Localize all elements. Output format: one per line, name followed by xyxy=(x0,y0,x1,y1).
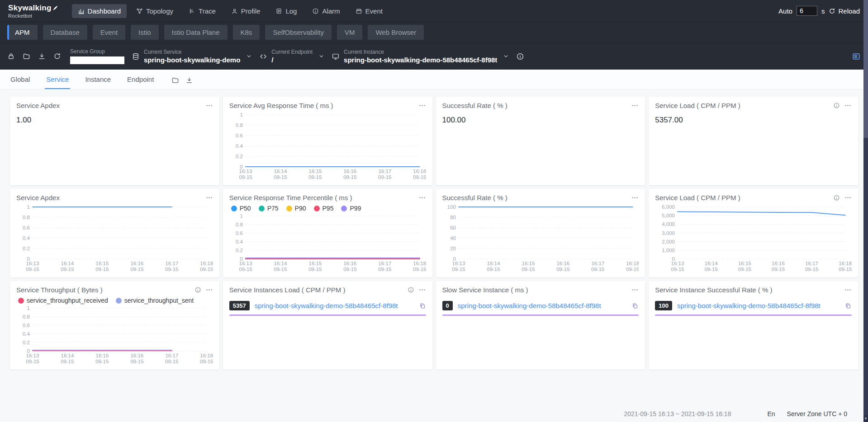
current-instance-label: Current Instance xyxy=(344,49,497,55)
nav-topology[interactable]: Topology xyxy=(130,4,179,18)
more-menu-icon[interactable] xyxy=(631,194,639,202)
more-menu-icon[interactable] xyxy=(631,102,639,109)
line-chart: 00.20.40.60.8116:1309-1516:1409-1516:150… xyxy=(16,305,213,366)
tab-global[interactable]: Global xyxy=(9,70,31,89)
export-icon[interactable] xyxy=(38,52,46,60)
service-group-input[interactable] xyxy=(70,56,124,64)
export-icon[interactable] xyxy=(185,76,193,84)
auto-interval-input[interactable] xyxy=(797,6,817,16)
more-menu-icon[interactable] xyxy=(844,194,852,202)
info-icon[interactable] xyxy=(833,194,840,201)
legend-item-p90[interactable]: P90 xyxy=(286,205,306,212)
copy-icon[interactable] xyxy=(419,302,426,309)
more-menu-icon[interactable] xyxy=(418,194,426,202)
more-menu-icon[interactable] xyxy=(205,286,213,294)
more-menu-icon[interactable] xyxy=(631,286,639,294)
refresh-icon[interactable] xyxy=(53,52,61,60)
nav-log[interactable]: Log xyxy=(270,4,303,18)
dashboard-tab-apm[interactable]: APM xyxy=(7,25,38,40)
card-title: Service Throughput ( Bytes ) xyxy=(16,286,103,294)
legend-item-p50[interactable]: P50 xyxy=(231,205,251,212)
dashboard-tab-istio[interactable]: Istio xyxy=(131,25,159,40)
current-service-selector[interactable]: Current Service spring-boot-skywalking-d… xyxy=(132,49,252,64)
instance-link[interactable]: spring-boot-skywalking-demo-58b48465cf-8… xyxy=(255,302,414,309)
current-endpoint-selector[interactable]: Current Endpoint / xyxy=(259,49,324,64)
info-icon[interactable] xyxy=(516,52,524,61)
dashboard-tab-istio-data-plane[interactable]: Istio Data Plane xyxy=(164,25,228,40)
value-badge: 5357 xyxy=(229,301,250,310)
svg-text:1,000: 1,000 xyxy=(662,248,675,253)
footer: 2021-09-15 16:13 ~ 2021-09-15 16:18 En S… xyxy=(624,410,847,417)
log-icon xyxy=(275,8,282,14)
card-title: Service Load ( CPM / PPM ) xyxy=(655,102,740,109)
svg-text:16:1509-15: 16:1509-15 xyxy=(95,353,109,364)
legend-item-throughput-received[interactable]: service_throughput_received xyxy=(18,297,108,304)
profile-icon xyxy=(231,8,238,14)
folder-icon[interactable] xyxy=(23,52,30,60)
legend-item-p95[interactable]: P95 xyxy=(314,205,334,212)
legend-item-p99[interactable]: P99 xyxy=(341,205,361,212)
svg-text:16:1309-15: 16:1309-15 xyxy=(26,353,39,364)
info-icon[interactable] xyxy=(408,286,414,293)
nav-profile[interactable]: Profile xyxy=(225,4,266,18)
scrollbar-thumb[interactable] xyxy=(863,0,868,138)
svg-text:0.2: 0.2 xyxy=(236,248,243,253)
card-title: Successful Rate ( % ) xyxy=(442,102,508,109)
dashboard-tab-selfobservability[interactable]: SelfObservability xyxy=(265,25,332,40)
tab-instance[interactable]: Instance xyxy=(84,70,112,89)
dashboard-tab-k8s[interactable]: K8s xyxy=(233,25,260,40)
dashboard-tab-event[interactable]: Event xyxy=(93,25,125,40)
copy-icon[interactable] xyxy=(631,302,639,309)
vertical-scrollbar[interactable]: ▼ xyxy=(863,0,868,422)
current-instance-selector[interactable]: Current Instance spring-boot-skywalking-… xyxy=(332,49,509,64)
more-menu-icon[interactable] xyxy=(205,194,213,202)
reload-button[interactable]: Reload xyxy=(829,7,860,15)
refresh-controls: Auto s Reload xyxy=(778,6,860,16)
svg-text:16:1509-15: 16:1509-15 xyxy=(738,261,751,272)
line-chart: 02040608010016:1309-1516:1409-1516:1509-… xyxy=(442,203,639,273)
more-menu-icon[interactable] xyxy=(205,102,213,109)
info-icon[interactable] xyxy=(833,102,840,109)
more-menu-icon[interactable] xyxy=(844,102,852,109)
lock-icon[interactable] xyxy=(7,52,15,60)
info-icon[interactable] xyxy=(194,286,201,293)
dashboard-tab-web-browser[interactable]: Web Browser xyxy=(368,25,424,40)
card-title: Service Apdex xyxy=(16,102,60,109)
more-menu-icon[interactable] xyxy=(418,102,426,109)
legend-dot xyxy=(116,298,122,304)
instance-link[interactable]: spring-boot-skywalking-demo-58b48465cf-8… xyxy=(677,302,840,309)
tab-endpoint[interactable]: Endpoint xyxy=(126,70,155,89)
instance-link[interactable]: spring-boot-skywalking-demo-58b48465cf-8… xyxy=(458,302,627,309)
time-range[interactable]: 2021-09-15 16:13 ~ 2021-09-15 16:18 xyxy=(624,410,731,417)
instance-row: 100 spring-boot-skywalking-demo-58b48465… xyxy=(655,301,852,316)
card-title: Slow Service Instance ( ms ) xyxy=(442,286,528,294)
svg-text:16:1309-15: 16:1309-15 xyxy=(26,261,39,272)
dashboard-tab-database[interactable]: Database xyxy=(43,25,87,40)
panel-toggle-icon[interactable] xyxy=(852,52,861,61)
nav-dashboard[interactable]: Dashboard xyxy=(72,4,127,18)
svg-text:60: 60 xyxy=(450,225,456,230)
line-chart: 00.20.40.60.8116:1309-1516:1409-1516:150… xyxy=(16,203,213,273)
service-group-field: Service Group xyxy=(70,48,124,64)
legend-item-throughput-sent[interactable]: service_throughput_sent xyxy=(116,297,194,304)
copy-icon[interactable] xyxy=(844,302,852,309)
scroll-down-arrow-icon[interactable]: ▼ xyxy=(863,415,868,422)
top-nav: Skywalking Rocketbot Dashboard Topology … xyxy=(0,0,868,22)
nav-alarm[interactable]: Alarm xyxy=(306,4,346,18)
tab-service[interactable]: Service xyxy=(45,70,70,89)
dashboard-tab-vm[interactable]: VM xyxy=(337,25,363,40)
legend-item-p75[interactable]: P75 xyxy=(259,205,279,212)
nav-event[interactable]: Event xyxy=(350,4,389,18)
service-group-label: Service Group xyxy=(70,48,124,55)
nav-trace[interactable]: Trace xyxy=(183,4,222,18)
more-menu-icon[interactable] xyxy=(418,286,426,294)
folder-icon[interactable] xyxy=(171,76,179,84)
legend-dot xyxy=(341,206,347,211)
svg-text:1: 1 xyxy=(240,112,242,117)
more-menu-icon[interactable] xyxy=(844,286,852,294)
language-switch[interactable]: En xyxy=(767,410,775,417)
svg-text:0.2: 0.2 xyxy=(23,246,30,251)
svg-text:40: 40 xyxy=(450,235,456,241)
svg-text:16:1709-15: 16:1709-15 xyxy=(805,261,818,272)
svg-text:0.2: 0.2 xyxy=(236,154,243,159)
